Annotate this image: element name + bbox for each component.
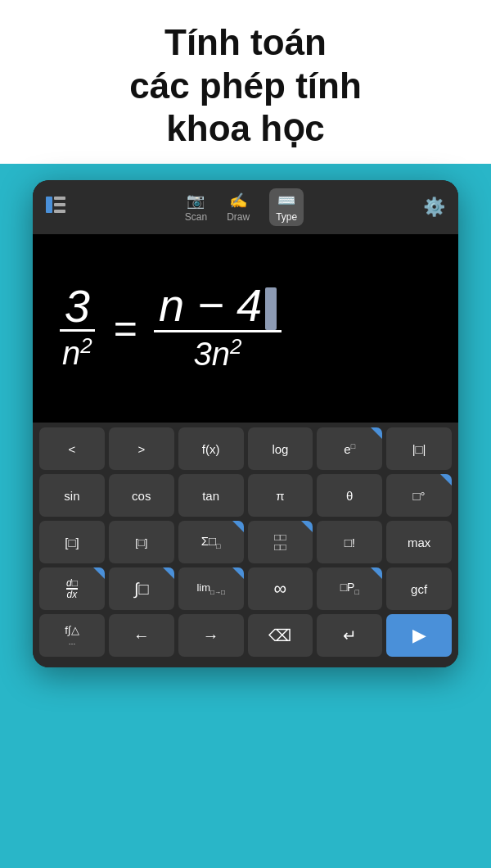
numerator-left: 3 [60,283,95,332]
keyboard: < > f(x) log e□ |□| [33,423,458,667]
key-send[interactable]: ▶ [386,614,452,657]
svg-rect-2 [54,203,65,206]
draw-button[interactable]: ✍️ Draw [227,192,250,223]
keyboard-row-4: d□ dx ∫□ lim□→□ ∞ □P□ gcf [39,567,452,610]
app-mockup: 📷 Scan ✍️ Draw ⌨️ Type ⚙️ 3 n2 [33,180,458,667]
key-gcf[interactable]: gcf [386,567,452,610]
key-infinity[interactable]: ∞ [248,567,313,610]
key-function[interactable]: f(x) [178,427,244,470]
key-matrix[interactable]: □□□□ [248,521,313,563]
key-max[interactable]: max [386,521,452,563]
key-limit[interactable]: lim□→□ [178,567,244,610]
scan-label: Scan [185,211,207,223]
settings-icon[interactable]: ⚙️ [423,197,445,218]
key-tan[interactable]: tan [178,474,244,517]
math-display: 3 n2 = n − 4 3n2 [33,234,458,423]
denominator-left: n2 [57,333,97,373]
key-cos[interactable]: cos [109,474,174,517]
key-sigma[interactable]: Σ□□ [178,521,244,563]
toolbar: 📷 Scan ✍️ Draw ⌨️ Type ⚙️ [33,180,458,234]
key-greater-than[interactable]: > [109,427,174,470]
key-permutation[interactable]: □P□ [317,567,382,610]
camera-icon: 📷 [187,192,205,210]
key-log[interactable]: log [248,427,313,470]
key-backspace[interactable]: ⌫ [248,614,313,657]
key-derivative[interactable]: d□ dx [39,567,105,610]
key-right-arrow[interactable]: → [178,614,244,657]
keyboard-row-2: sin cos tan π θ □° [39,474,452,517]
menu-icon[interactable] [46,197,65,218]
keyboard-icon: ⌨️ [277,192,295,210]
key-functions-menu[interactable]: f∫△… [39,614,105,657]
key-abs[interactable]: |□| [386,427,452,470]
keyboard-row-5: f∫△… ← → ⌫ ↵ ▶ [39,614,452,657]
svg-rect-0 [46,197,52,213]
draw-icon: ✍️ [229,192,247,210]
headline-text: Tính toáncác phép tínhkhoa học [129,21,362,151]
math-equation: 3 n2 = n − 4 3n2 [57,283,282,374]
svg-rect-1 [54,197,65,200]
key-bracket-small[interactable]: [□] [109,521,174,563]
fraction-left: 3 n2 [57,283,97,373]
keyboard-row-3: [□] [□] Σ□□ □□□□ □! max [39,521,452,563]
type-button[interactable]: ⌨️ Type [269,188,304,226]
svg-rect-3 [54,210,65,213]
cursor [265,287,277,330]
fraction-right: n − 4 3n2 [154,283,282,374]
key-euler[interactable]: e□ [317,427,382,470]
keyboard-row-1: < > f(x) log e□ |□| [39,427,452,470]
type-label: Type [276,211,297,223]
key-degree[interactable]: □° [386,474,452,517]
headline-section: Tính toáncác phép tínhkhoa học [0,0,491,164]
key-integral[interactable]: ∫□ [109,567,174,610]
key-less-than[interactable]: < [39,427,105,470]
scan-button[interactable]: 📷 Scan [185,192,207,223]
key-left-arrow[interactable]: ← [109,614,174,657]
draw-label: Draw [227,211,250,223]
toolbar-center: 📷 Scan ✍️ Draw ⌨️ Type [185,188,304,226]
key-sin[interactable]: sin [39,474,105,517]
denominator-right: 3n2 [188,334,246,373]
key-factorial[interactable]: □! [317,521,382,563]
equals-sign: = [114,305,137,352]
key-enter[interactable]: ↵ [317,614,382,657]
numerator-right: n − 4 [154,283,282,332]
key-bracket-full[interactable]: [□] [39,521,105,563]
key-theta[interactable]: θ [317,474,382,517]
blue-background: 📷 Scan ✍️ Draw ⌨️ Type ⚙️ 3 n2 [0,164,491,868]
key-pi[interactable]: π [248,474,313,517]
